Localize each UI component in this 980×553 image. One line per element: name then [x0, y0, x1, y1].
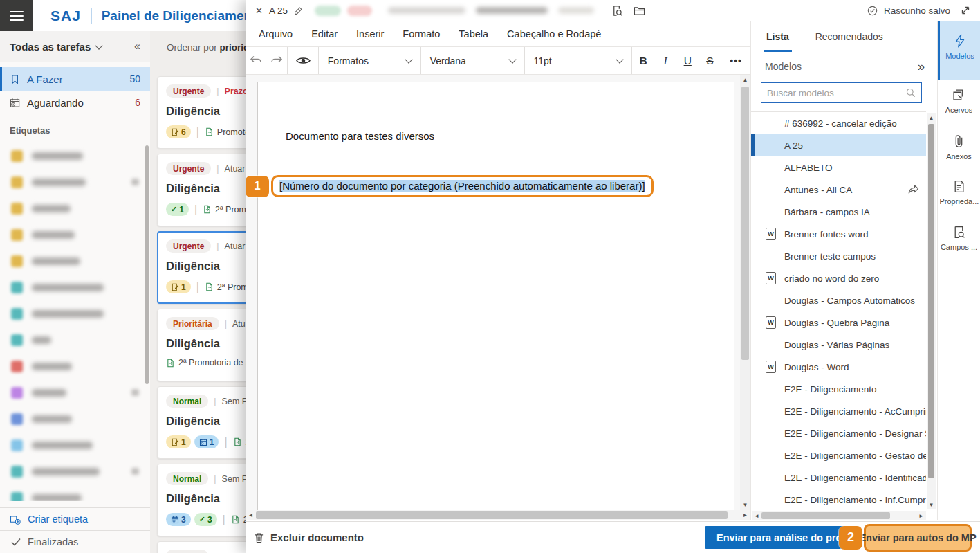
menu-tabela[interactable]: Tabela — [459, 28, 488, 39]
underline-button[interactable]: U — [676, 47, 699, 74]
sidebar-scrollbar[interactable] — [145, 145, 149, 384]
etiqueta-item[interactable] — [0, 274, 150, 300]
task-card[interactable]: Urgente | Prazo Diligência 6|Promoto — [157, 76, 246, 149]
etiqueta-item[interactable] — [0, 221, 150, 248]
etiqueta-item[interactable] — [0, 379, 150, 406]
model-item[interactable]: W Douglas - Quebra Página — [751, 311, 926, 334]
etiqueta-item[interactable] — [0, 169, 150, 195]
model-item[interactable]: W criado no word do zero — [751, 267, 926, 289]
models-horizontal-scrollbar[interactable]: ◄ ► — [752, 511, 926, 520]
editor-vertical-scrollbar[interactable]: ▲ ▼ — [740, 75, 750, 510]
etiqueta-item[interactable] — [0, 300, 150, 327]
model-item[interactable]: W Bárbara - campos IA — [751, 201, 926, 223]
bold-button[interactable]: B — [632, 47, 654, 74]
document-preview-icon[interactable] — [611, 5, 623, 17]
task-card[interactable]: Urgente | Atuar Diligência 1|2ª Promc — [157, 231, 246, 304]
sidebar-item-a-fazer[interactable]: A Fazer 50 — [0, 67, 150, 91]
etiqueta-item[interactable] — [0, 143, 150, 169]
model-item[interactable]: W Douglas - Várias Páginas — [751, 334, 926, 356]
scroll-up-arrow[interactable]: ▲ — [927, 113, 936, 123]
etiqueta-item[interactable] — [0, 484, 150, 501]
tab-recomendados[interactable]: Recomendados — [815, 21, 883, 52]
task-card[interactable]: Urgente | Atuar Diligência ✓1|2ª Promc — [157, 154, 246, 226]
scrollbar-thumb[interactable] — [761, 512, 890, 519]
scrollbar-thumb[interactable] — [741, 87, 749, 360]
etiqueta-item[interactable] — [0, 353, 150, 379]
model-item[interactable]: W Douglas - Word — [751, 356, 926, 378]
scroll-right-arrow[interactable]: ► — [740, 510, 750, 520]
scrollbar-thumb[interactable] — [928, 124, 934, 478]
scrollbar-thumb[interactable] — [256, 511, 728, 519]
send-analysis-button[interactable]: Enviar para análise do promotor — [705, 526, 853, 549]
model-item[interactable]: W Antunes - All CA — [751, 179, 926, 201]
right-tool-propriedades[interactable]: Proprieda... — [938, 171, 980, 217]
tab-lista[interactable]: Lista — [766, 21, 789, 52]
menu-cabecalho-rodape[interactable]: Cabeçalho e Rodapé — [507, 28, 601, 39]
more-tools-button[interactable]: ••• — [721, 47, 750, 74]
menu-editar[interactable]: Editar — [311, 28, 338, 39]
scroll-down-arrow[interactable]: ▼ — [740, 500, 750, 510]
share-icon[interactable] — [908, 185, 919, 196]
model-item[interactable]: W A 25 — [751, 134, 926, 156]
undo-button[interactable] — [246, 47, 266, 74]
task-filter-dropdown[interactable]: Todas as tarefas — [10, 41, 102, 53]
sidebar-item-aguardando[interactable]: Aguardando 6 — [0, 91, 150, 114]
task-card[interactable]: Normal | Sem P Diligência 11|2ª — [157, 386, 246, 459]
menu-formato[interactable]: Formato — [403, 28, 440, 39]
model-item[interactable]: W E2E - Diligenciamento — [751, 378, 926, 400]
expand-panel-icon[interactable]: » — [917, 59, 923, 74]
etiqueta-item[interactable] — [0, 406, 150, 432]
menu-inserir[interactable]: Inserir — [356, 28, 384, 39]
right-tool-acervos[interactable]: Acervos — [938, 80, 980, 125]
collapse-sidebar-button[interactable]: « — [134, 40, 140, 53]
close-icon[interactable]: ✕ — [255, 6, 263, 16]
sort-dropdown[interactable]: Ordenar por priorida — [150, 31, 246, 53]
model-item[interactable]: W E2E - Diligenciamento - Gestão de Erro — [751, 444, 926, 466]
strikethrough-button[interactable]: S — [699, 47, 721, 74]
etiqueta-item[interactable] — [0, 432, 150, 458]
etiqueta-item[interactable] — [0, 248, 150, 274]
italic-button[interactable]: I — [654, 47, 676, 74]
model-item[interactable]: W # 636992 - cancelar edição — [751, 112, 926, 134]
right-tool-anexos[interactable]: Anexos — [938, 125, 980, 171]
editor-horizontal-scrollbar[interactable]: ◄ ► — [246, 510, 750, 520]
models-vertical-scrollbar[interactable]: ▲ ▼ — [927, 113, 936, 509]
document-page[interactable]: Documento para testes diversos — [257, 82, 734, 510]
scroll-up-arrow[interactable]: ▲ — [740, 75, 750, 85]
redo-button[interactable] — [266, 47, 287, 74]
scroll-left-arrow[interactable]: ◄ — [752, 511, 761, 520]
task-card[interactable]: Normal | Sem P Diligência 3✓3|2ª — [157, 464, 246, 536]
right-tool-modelos[interactable]: Modelos — [938, 21, 980, 80]
formats-dropdown[interactable]: Formatos — [319, 47, 420, 74]
expand-icon[interactable] — [961, 6, 970, 15]
scroll-left-arrow[interactable]: ◄ — [246, 510, 256, 520]
document-field-highlighted[interactable]: [Número do documento por categoria (Pree… — [279, 180, 645, 192]
menu-arquivo[interactable]: Arquivo — [259, 28, 293, 39]
preview-eye-button[interactable] — [288, 47, 317, 74]
model-search-input[interactable] — [761, 88, 906, 98]
task-card[interactable]: Prioritária | Atu Diligência 2ª Promotor… — [157, 309, 246, 381]
folder-icon[interactable] — [634, 6, 645, 16]
etiqueta-item[interactable] — [0, 458, 150, 484]
task-card[interactable]: Normal | Sem P — [157, 541, 246, 553]
etiqueta-item[interactable] — [0, 195, 150, 221]
model-item[interactable]: W Brenner fontes word — [751, 223, 926, 245]
rename-pencil-icon[interactable] — [294, 6, 303, 15]
model-item[interactable]: W ALFABETO — [751, 156, 926, 179]
hamburger-menu-button[interactable] — [0, 0, 33, 31]
model-item[interactable]: W E2E - Diligenciamento - Designar Serv — [751, 422, 926, 444]
delete-document-button[interactable]: Excluir documento — [254, 532, 364, 543]
send-autos-mp-button[interactable]: Enviar para autos do MP — [864, 524, 972, 552]
scroll-down-arrow[interactable]: ▼ — [927, 500, 936, 509]
create-etiqueta-button[interactable]: Criar etiqueta — [0, 507, 150, 530]
model-item[interactable]: W E2E - Diligenciamento - AcCumprimen — [751, 400, 926, 422]
sidebar-item-finalizadas[interactable]: Finalizadas — [0, 530, 150, 553]
model-item[interactable]: W Brenner teste campos — [751, 245, 926, 267]
right-tool-campos[interactable]: Campos ... — [938, 217, 980, 262]
model-item[interactable]: W E2E - Diligenciamento - Identificador — [751, 466, 926, 489]
model-item[interactable]: W E2E - Diligenciamento - Inf.Cumprimen — [751, 489, 926, 511]
scroll-right-arrow[interactable]: ► — [916, 511, 926, 520]
etiqueta-item[interactable] — [0, 327, 150, 353]
font-family-dropdown[interactable]: Verdana — [421, 47, 524, 74]
font-size-dropdown[interactable]: 11pt — [524, 47, 631, 74]
